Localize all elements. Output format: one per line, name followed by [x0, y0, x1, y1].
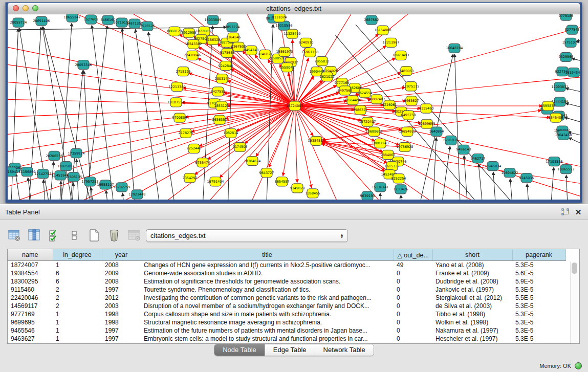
table-cell[interactable]: 9777169	[8, 310, 53, 318]
graph-edge[interactable]	[322, 142, 580, 185]
table-cell[interactable]: 5.3E-5	[512, 261, 565, 270]
graph-edge[interactable]	[565, 103, 580, 110]
graph-node[interactable]: 18384674	[244, 157, 260, 166]
table-cell[interactable]: 19384554	[8, 269, 53, 277]
graph-node[interactable]: 9349829	[290, 184, 305, 193]
graph-node[interactable]: 8427552	[211, 87, 226, 96]
table-row[interactable]: 1872400712008Changes of HCN gene express…	[8, 261, 565, 270]
table-cell[interactable]: 1	[53, 335, 102, 343]
graph-node[interactable]: 10945834	[484, 162, 501, 171]
graph-node[interactable]: 8654557	[275, 177, 290, 186]
graph-node[interactable]: 9639193	[360, 191, 375, 200]
graph-node[interactable]: 7252446	[187, 144, 202, 153]
graph-edge[interactable]	[550, 167, 554, 200]
graph-node[interactable]: 7955812	[315, 56, 330, 65]
graph-node[interactable]: 12093832	[551, 82, 568, 92]
graph-edge[interactable]	[440, 146, 450, 200]
graph-node[interactable]: 11325419	[284, 29, 300, 38]
table-cell[interactable]: 0	[394, 277, 432, 286]
select-rows-icon[interactable]	[47, 228, 61, 243]
graph-node[interactable]: 9775186	[559, 14, 574, 20]
table-cell[interactable]: 1	[53, 310, 102, 318]
graph-node[interactable]: 6240910	[299, 38, 314, 47]
graph-node[interactable]: 8131074	[272, 14, 287, 22]
table-cell[interactable]: 6	[53, 277, 102, 286]
table-cell[interactable]: Franke et al. (2009)	[432, 269, 512, 277]
graph-node[interactable]: 9115460	[419, 104, 434, 113]
table-cell[interactable]: 1998	[102, 318, 141, 326]
table-cell[interactable]: Hescheler et al. (1997)	[432, 335, 512, 343]
table-cell[interactable]: 9699695	[8, 318, 53, 326]
graph-node[interactable]: 2803144	[215, 74, 230, 83]
graph-node[interactable]: 16782759	[113, 183, 130, 192]
table-cell[interactable]: Yano et al. (2008)	[432, 261, 512, 270]
graph-node[interactable]: 8277545	[565, 25, 580, 34]
column-header-title[interactable]: title	[141, 249, 394, 261]
graph-node[interactable]: 9174506	[233, 142, 248, 151]
table-cell[interactable]: Tibbo et al. (1998)	[432, 310, 512, 318]
table-row[interactable]: 946554611997Estimation of the future num…	[8, 326, 565, 335]
graph-node[interactable]: 20206536	[46, 151, 62, 160]
table-cell[interactable]: 1	[53, 318, 102, 326]
graph-node[interactable]: 16033809	[204, 15, 221, 25]
graph-node[interactable]: 8454743	[244, 46, 259, 55]
graph-node[interactable]: 18107554	[167, 98, 184, 107]
node-table-grid[interactable]: namein_degreeyeartitle△ out_de...shortpa…	[8, 249, 566, 343]
column-header-year[interactable]: year	[102, 249, 141, 261]
graph-node[interactable]: 16648784	[446, 43, 463, 53]
table-cell[interactable]: Investigating the contribution of common…	[141, 294, 394, 302]
graph-node[interactable]: 10865552	[557, 165, 574, 174]
graph-node[interactable]: 1733426	[394, 185, 408, 194]
column-header-in-degree[interactable]: in_degree	[53, 249, 102, 261]
table-cell[interactable]: Embryonic stem cells: a model to study s…	[141, 335, 394, 343]
graph-node[interactable]: 7857224	[225, 23, 240, 32]
graph-node[interactable]: 6495758	[401, 111, 416, 120]
graph-edge[interactable]	[566, 175, 568, 200]
graph-node[interactable]: 9329966	[559, 52, 574, 61]
graph-node[interactable]: 16791404	[207, 177, 224, 186]
graph-edge[interactable]	[527, 184, 530, 200]
graph-node[interactable]: 17359924	[68, 148, 84, 158]
graph-node[interactable]: 19756928	[396, 142, 413, 151]
table-row[interactable]: 946362711997Embryonic stem cells: a mode…	[8, 335, 565, 343]
graph-edge[interactable]	[565, 88, 580, 94]
table-cell[interactable]: 1997	[102, 326, 141, 335]
graph-node[interactable]: 2178275	[179, 128, 193, 138]
graph-node[interactable]: 1358455	[306, 189, 320, 198]
close-panel-icon[interactable]: ✕	[574, 208, 583, 217]
graph-node[interactable]: 9462717	[471, 154, 486, 163]
graph-edge[interactable]	[136, 29, 161, 200]
graph-node[interactable]: 20055724	[10, 18, 27, 27]
table-cell[interactable]: 2009	[102, 269, 141, 277]
table-cell[interactable]: 9465546	[8, 326, 53, 335]
table-cell[interactable]: Wolkin et al. (1998)	[432, 318, 512, 326]
graph-node[interactable]: 19384554	[308, 136, 324, 145]
close-window-button[interactable]	[13, 5, 19, 11]
graph-node[interactable]: 12142757	[34, 169, 51, 179]
table-cell[interactable]: 0	[394, 326, 432, 335]
graph-node[interactable]: 15720407	[359, 117, 376, 126]
table-cell[interactable]: 2003	[102, 302, 141, 310]
table-cell[interactable]: Structural magnetic resonance image aver…	[141, 318, 394, 326]
table-cell[interactable]: 0	[394, 302, 432, 310]
graph-node[interactable]: 10688609	[365, 127, 382, 136]
graph-node[interactable]: 7986372	[353, 105, 368, 115]
graph-edge[interactable]	[106, 190, 109, 200]
graph-node[interactable]: 15751074	[562, 38, 579, 47]
graph-node[interactable]: 8912955	[182, 28, 197, 37]
network-window-titlebar[interactable]: citations_edges.txt	[8, 3, 580, 14]
graph-node[interactable]: 12213967	[382, 38, 399, 47]
graph-node[interactable]: 9456143	[456, 145, 471, 154]
graph-edge[interactable]	[493, 172, 496, 200]
network-graph[interactable]: 2005572420691406106552471527602846616010…	[8, 14, 580, 200]
table-select-combobox[interactable]: citations_edges.txt ▲▼	[146, 229, 348, 242]
graph-edge[interactable]	[401, 195, 402, 200]
graph-node[interactable]: 1527602	[84, 15, 99, 24]
table-cell[interactable]: Dudbridge et al. (2008)	[432, 277, 512, 286]
table-cell[interactable]: 5.3E-5	[512, 302, 565, 310]
table-cell[interactable]: Changes of HCN gene expression and I(f) …	[141, 261, 394, 270]
table-cell[interactable]: 0	[394, 310, 432, 318]
table-cell[interactable]: 2	[53, 294, 102, 302]
graph-node[interactable]: 10694622	[501, 168, 518, 178]
table-cell[interactable]: 1	[53, 326, 102, 335]
